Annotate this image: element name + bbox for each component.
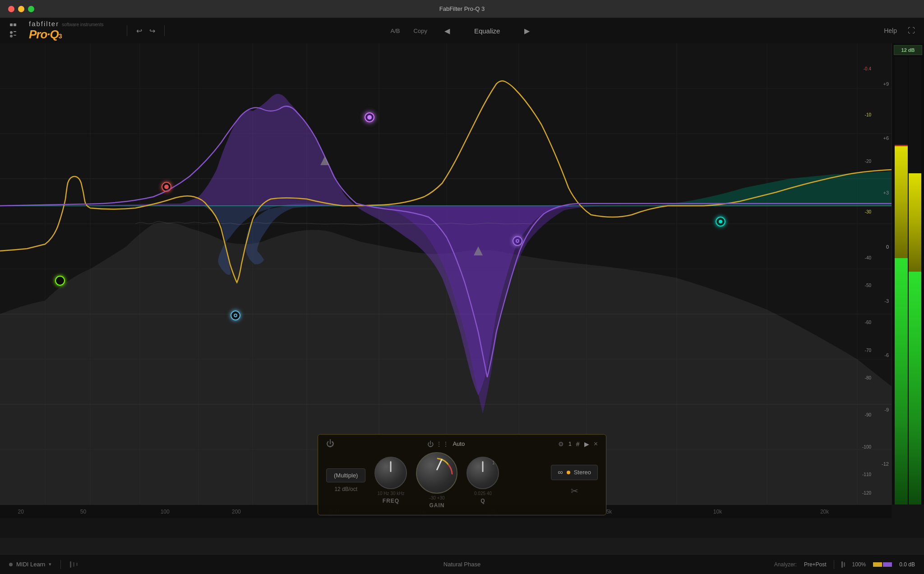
fabfilter-logo-icon	[9, 23, 25, 39]
toolbar-sep-2	[164, 25, 165, 36]
band-link-icon: ⋮⋮	[436, 441, 450, 447]
window-controls[interactable]	[8, 6, 34, 12]
gain-arc-svg	[417, 453, 458, 495]
help-button[interactable]: Help	[884, 27, 897, 34]
status-right: Analyzer: Pre+Post 100% 0.0 dB	[774, 560, 915, 569]
logo-brand: fabfilter	[29, 20, 59, 28]
vu-bar-left-red	[895, 145, 908, 146]
undo-button[interactable]: ↩	[133, 25, 146, 37]
db-label-p6: +6	[870, 135, 892, 141]
stereo-label: Stereo	[574, 469, 591, 476]
toolbar-center: A/B Copy ◀ Equalize ▶	[391, 25, 534, 37]
freq-range: 10 Hz 30 kHz	[377, 491, 404, 496]
gain-range: -30 +30	[429, 495, 444, 500]
logo-area: fabfilter software instruments Pro·Q 3	[9, 20, 103, 42]
stereo-button[interactable]: ∞ Stereo	[551, 465, 598, 480]
equalize-button[interactable]: Equalize	[467, 25, 508, 37]
minimize-button[interactable]	[18, 6, 24, 12]
band-handle-6[interactable]	[716, 217, 725, 227]
panel-hash-button[interactable]: #	[576, 440, 580, 448]
midi-learn-label[interactable]: MIDI Learn	[16, 561, 45, 568]
prev-preset-button[interactable]: ◀	[441, 25, 453, 37]
maximize-button[interactable]	[28, 6, 34, 12]
purple-indicator	[883, 562, 892, 567]
band-handle-2[interactable]	[162, 182, 171, 192]
svg-point-2	[10, 31, 13, 34]
band-handle-4[interactable]	[365, 112, 374, 122]
analyzer-val[interactable]: Pre+Post	[804, 561, 827, 568]
db-value: 0.0 dB	[899, 561, 915, 568]
midi-learn-area: MIDI Learn ▾	[9, 561, 51, 568]
freq-knob[interactable]	[374, 457, 407, 489]
band-power-small[interactable]: ⏻	[427, 440, 434, 448]
vu-bars	[892, 57, 924, 505]
vu-scale-n80: -80	[865, 375, 871, 380]
db-scale: +9 +6 +3 0 -3 -6 -9 -12	[870, 43, 892, 505]
gain-knob[interactable]	[416, 452, 457, 494]
freq-label-20k: 20k	[820, 509, 829, 515]
db-label-p9: +9	[870, 81, 892, 87]
phase-label: Natural Phase	[444, 561, 480, 568]
expand-button[interactable]: ⛶	[908, 27, 915, 35]
vu-scale-n40: -40	[865, 255, 871, 260]
zoom-label: 100%	[852, 561, 866, 568]
auto-label: Auto	[453, 440, 465, 447]
svg-rect-4	[14, 31, 16, 32]
redo-button[interactable]: ↪	[146, 25, 159, 37]
vu-bar-left-green	[895, 258, 908, 505]
statusbar: MIDI Learn ▾ Natural Phase Analyzer: Pre…	[0, 554, 924, 574]
vu-scale-n60: -60	[865, 320, 871, 325]
svg-point-3	[10, 35, 13, 37]
q-knob-group: 1 0.025 40 Q	[467, 457, 499, 504]
settings-icon[interactable]: ⚙	[558, 440, 564, 448]
svg-rect-5	[14, 35, 16, 36]
vu-scale-n20: -20	[865, 159, 871, 164]
q-knob[interactable]: 1	[467, 457, 499, 489]
q-value-label: 1	[492, 460, 495, 465]
band-power-button[interactable]: ⏻	[326, 439, 334, 449]
vu-scale-n110: -110	[862, 472, 871, 477]
filter-type-selector[interactable]: (Multiple)	[326, 468, 365, 482]
vu-bar-right	[909, 57, 922, 505]
activity-bar-3	[76, 563, 78, 566]
midi-arrow[interactable]: ▾	[49, 561, 51, 567]
close-button[interactable]	[8, 6, 14, 12]
freq-label: FREQ	[383, 498, 399, 504]
band-handle-3[interactable]	[231, 310, 240, 320]
vu-scale-n100: -100	[862, 444, 871, 449]
product-version: 3	[59, 32, 62, 40]
q-label: Q	[480, 498, 485, 504]
cut-button[interactable]: ✂	[571, 486, 578, 496]
freq-label-10k: 10k	[713, 509, 722, 515]
stereo-status-dot	[567, 471, 570, 474]
analyzer-label: Analyzer:	[774, 561, 797, 568]
activity-indicator	[70, 561, 78, 568]
freq-label-100: 100	[161, 509, 170, 515]
db-label-0: 0	[870, 244, 892, 250]
panel-close-button[interactable]: ×	[594, 440, 598, 448]
logo-sub: software instruments	[62, 22, 103, 27]
gain-knob-group: -30 +30 GAIN	[416, 452, 457, 509]
vu-scale-n10: -10	[865, 112, 871, 117]
panel-top-row: ⏻ ⏻ ⋮⋮ Auto ⚙ 1 # ▶ ×	[326, 439, 598, 449]
band-handle-1[interactable]	[55, 276, 65, 286]
vu-meter: 12 dB	[892, 43, 924, 505]
zoom-bar	[841, 561, 843, 568]
toolbar-right: Help ⛶	[884, 27, 915, 35]
ab-label[interactable]: A/B	[391, 28, 400, 34]
panel-play-button[interactable]: ▶	[584, 440, 589, 448]
window-title: FabFilter Pro-Q 3	[439, 5, 485, 12]
copy-button[interactable]: Copy	[414, 28, 427, 34]
activity-bar-2	[73, 562, 74, 567]
color-indicators	[873, 562, 892, 567]
freq-label-5k: 5k	[606, 509, 612, 515]
filter-slope: 12 dB/oct	[326, 486, 365, 492]
next-preset-button[interactable]: ▶	[521, 25, 533, 37]
panel-icons-row: ⚙ 1 # ▶ ×	[558, 440, 598, 448]
status-sep-1	[60, 560, 61, 569]
vu-scale-n120: -120	[862, 491, 871, 495]
vu-bar-right-green	[909, 272, 922, 505]
db-label-n6: -6	[870, 352, 892, 358]
svg-rect-0	[10, 23, 13, 26]
band-handle-5[interactable]	[513, 236, 522, 246]
